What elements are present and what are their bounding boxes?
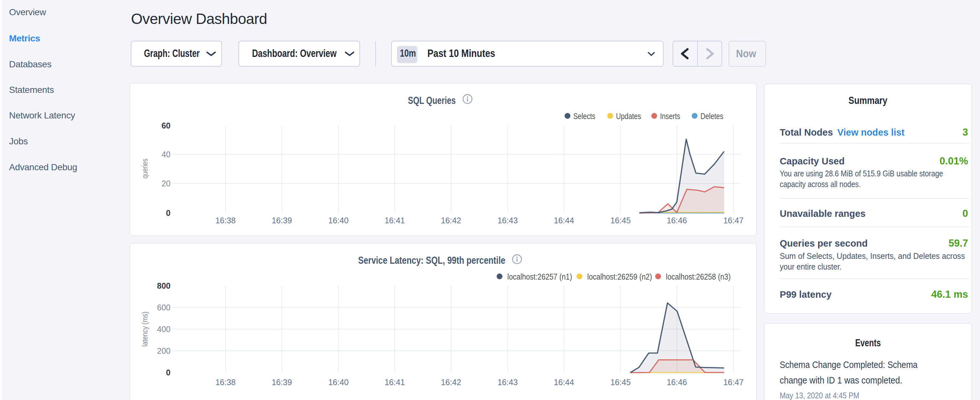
svg-text:0: 0 xyxy=(166,209,170,217)
svg-text:800: 800 xyxy=(157,281,170,290)
svg-text:16:38: 16:38 xyxy=(215,216,236,225)
svg-text:16:42: 16:42 xyxy=(441,378,461,387)
svg-text:16:47: 16:47 xyxy=(724,216,744,225)
svg-text:400: 400 xyxy=(157,325,170,334)
svg-text:16:43: 16:43 xyxy=(498,216,518,225)
svg-text:16:39: 16:39 xyxy=(272,216,292,225)
svg-text:40: 40 xyxy=(161,150,170,159)
svg-text:16:39: 16:39 xyxy=(272,378,292,387)
svg-text:16:41: 16:41 xyxy=(385,378,405,387)
svg-text:16:45: 16:45 xyxy=(611,216,631,225)
svg-text:20: 20 xyxy=(161,179,170,188)
svg-text:16:46: 16:46 xyxy=(667,378,687,387)
svg-text:16:40: 16:40 xyxy=(328,216,349,225)
svg-text:16:47: 16:47 xyxy=(724,378,744,387)
svg-text:16:44: 16:44 xyxy=(554,216,574,225)
svg-text:latency (ms): latency (ms) xyxy=(141,312,149,347)
svg-text:0: 0 xyxy=(166,368,170,377)
svg-text:16:44: 16:44 xyxy=(554,378,574,387)
svg-text:16:40: 16:40 xyxy=(328,378,349,387)
svg-text:16:43: 16:43 xyxy=(498,378,518,387)
svg-text:16:42: 16:42 xyxy=(441,216,461,225)
svg-text:600: 600 xyxy=(157,303,170,312)
svg-text:16:46: 16:46 xyxy=(667,216,687,225)
svg-text:16:45: 16:45 xyxy=(611,378,631,387)
svg-text:16:41: 16:41 xyxy=(385,216,405,225)
svg-text:queries: queries xyxy=(141,159,149,178)
svg-text:16:38: 16:38 xyxy=(215,378,236,387)
svg-text:200: 200 xyxy=(157,346,170,355)
svg-text:60: 60 xyxy=(161,121,170,130)
